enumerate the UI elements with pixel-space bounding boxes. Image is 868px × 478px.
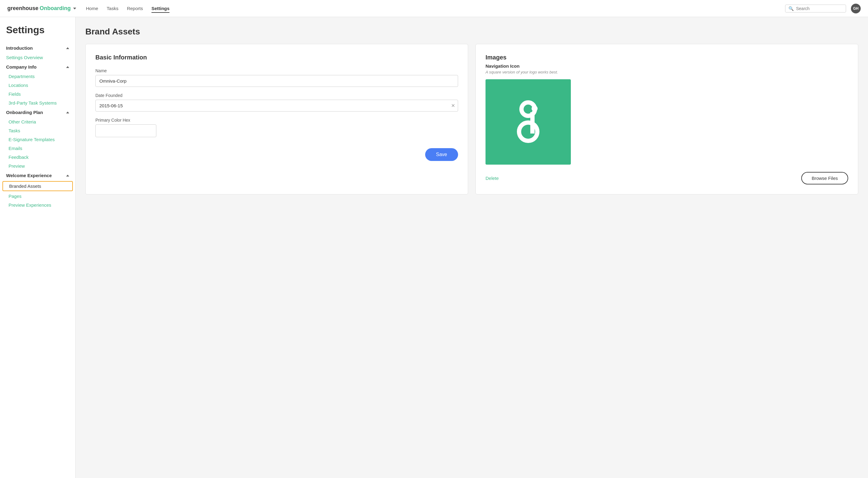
nav-links: Home Tasks Reports Settings bbox=[86, 6, 169, 11]
chevron-up-icon-onboarding bbox=[66, 112, 69, 113]
search-box[interactable]: 🔍 bbox=[785, 5, 846, 12]
browse-files-button[interactable]: Browse Files bbox=[801, 172, 848, 184]
sidebar-item-esignature[interactable]: E-Signature Templates bbox=[0, 135, 75, 144]
sidebar-section-onboarding-plan[interactable]: Onboarding Plan bbox=[0, 107, 75, 117]
date-input-wrapper: ✕ bbox=[95, 100, 458, 112]
sidebar-section-onboarding-plan-label: Onboarding Plan bbox=[6, 110, 43, 115]
nav-item-home[interactable]: Home bbox=[86, 6, 98, 11]
sidebar-item-preview[interactable]: Preview bbox=[0, 161, 75, 171]
sidebar-item-fields[interactable]: Fields bbox=[0, 90, 75, 98]
delete-link[interactable]: Delete bbox=[486, 176, 499, 181]
sidebar: Settings Introduction Settings Overview … bbox=[0, 17, 75, 478]
date-founded-form-group: Date Founded ✕ bbox=[95, 93, 458, 112]
sidebar-section-introduction[interactable]: Introduction bbox=[0, 43, 75, 53]
sidebar-item-settings-overview[interactable]: Settings Overview bbox=[0, 53, 75, 62]
svg-rect-4 bbox=[530, 121, 534, 133]
images-card: Images Navigation Icon A square version … bbox=[475, 44, 858, 195]
form-footer: Save bbox=[95, 143, 458, 161]
nav-link-home[interactable]: Home bbox=[86, 6, 98, 12]
app-logo[interactable]: greenhouse Onboarding bbox=[7, 5, 76, 11]
top-nav: greenhouse Onboarding Home Tasks Reports… bbox=[0, 0, 868, 17]
nav-link-settings[interactable]: Settings bbox=[152, 6, 169, 13]
main-header: Brand Assets bbox=[85, 27, 858, 37]
name-label: Name bbox=[95, 68, 458, 73]
nav-link-tasks[interactable]: Tasks bbox=[107, 6, 118, 12]
page-title: Settings bbox=[0, 24, 75, 43]
avatar[interactable]: GH bbox=[851, 4, 861, 13]
content-grid: Basic Information Name Date Founded ✕ Pr… bbox=[85, 44, 858, 195]
basic-information-card: Basic Information Name Date Founded ✕ Pr… bbox=[85, 44, 468, 195]
sidebar-item-departments[interactable]: Departments bbox=[0, 72, 75, 81]
chevron-up-icon-company bbox=[66, 66, 69, 68]
sidebar-item-3rd-party[interactable]: 3rd-Party Task Systems bbox=[0, 98, 75, 107]
basic-info-title: Basic Information bbox=[95, 54, 458, 61]
page-layout: Settings Introduction Settings Overview … bbox=[0, 17, 868, 478]
search-input[interactable] bbox=[796, 6, 843, 11]
nav-item-settings[interactable]: Settings bbox=[152, 6, 169, 11]
main-content: Brand Assets Basic Information Name Date… bbox=[75, 17, 868, 478]
nav-item-tasks[interactable]: Tasks bbox=[107, 6, 118, 11]
sidebar-section-company-info-label: Company Info bbox=[6, 64, 37, 69]
sidebar-item-other-criteria[interactable]: Other Criteria bbox=[0, 117, 75, 126]
nav-icon-label: Navigation Icon bbox=[486, 63, 848, 68]
images-footer: Delete Browse Files bbox=[486, 172, 848, 184]
sidebar-section-company-info[interactable]: Company Info bbox=[0, 62, 75, 72]
nav-right: 🔍 GH bbox=[785, 4, 861, 13]
sidebar-section-introduction-label: Introduction bbox=[6, 46, 33, 51]
nav-icon-hint: A square version of your logo works best… bbox=[486, 70, 848, 74]
svg-rect-1 bbox=[530, 112, 534, 121]
search-icon: 🔍 bbox=[788, 6, 794, 11]
name-input[interactable] bbox=[95, 75, 458, 87]
nav-item-reports[interactable]: Reports bbox=[127, 6, 143, 11]
images-card-title: Images bbox=[486, 54, 848, 61]
sidebar-item-emails[interactable]: Emails bbox=[0, 144, 75, 153]
sidebar-item-locations[interactable]: Locations bbox=[0, 81, 75, 90]
color-hex-label: Primary Color Hex bbox=[95, 118, 458, 123]
date-clear-button[interactable]: ✕ bbox=[451, 103, 455, 109]
color-hex-input[interactable] bbox=[95, 124, 156, 137]
logo-greenhouse: greenhouse bbox=[7, 5, 38, 11]
sidebar-item-feedback[interactable]: Feedback bbox=[0, 153, 75, 161]
color-hex-form-group: Primary Color Hex bbox=[95, 118, 458, 137]
date-founded-label: Date Founded bbox=[95, 93, 458, 98]
logo-svg bbox=[504, 97, 553, 146]
logo-chevron-icon bbox=[73, 8, 76, 9]
sidebar-item-preview-experiences[interactable]: Preview Experiences bbox=[0, 201, 75, 209]
chevron-up-icon bbox=[66, 47, 69, 49]
save-button[interactable]: Save bbox=[425, 148, 458, 161]
chevron-up-icon-welcome bbox=[66, 175, 69, 177]
logo-onboarding: Onboarding bbox=[40, 5, 71, 11]
sidebar-item-pages[interactable]: Pages bbox=[0, 192, 75, 201]
sidebar-item-branded-assets[interactable]: Branded Assets bbox=[2, 181, 73, 191]
sidebar-section-welcome-experience[interactable]: Welcome Experience bbox=[0, 171, 75, 180]
sidebar-section-welcome-experience-label: Welcome Experience bbox=[6, 173, 52, 178]
logo-preview bbox=[486, 79, 571, 165]
nav-link-reports[interactable]: Reports bbox=[127, 6, 143, 12]
name-form-group: Name bbox=[95, 68, 458, 87]
svg-point-2 bbox=[531, 106, 538, 112]
sidebar-item-tasks[interactable]: Tasks bbox=[0, 126, 75, 135]
date-founded-input[interactable] bbox=[95, 100, 458, 112]
